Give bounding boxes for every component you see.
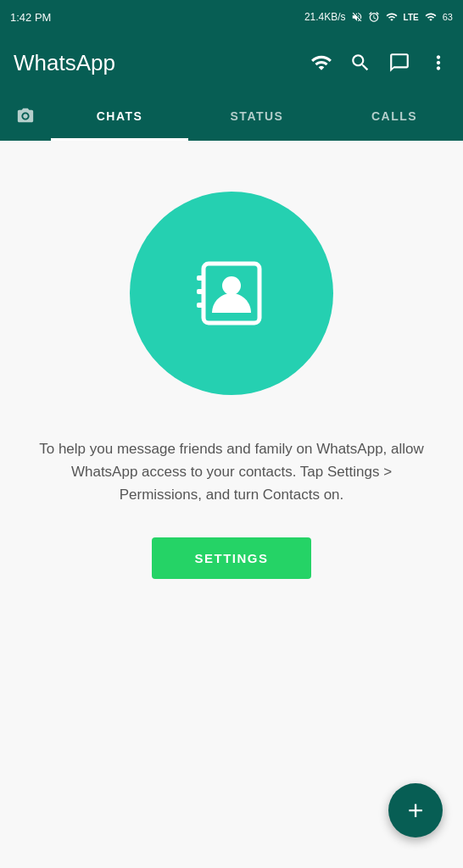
wifi-appbar-icon[interactable] (310, 52, 332, 74)
main-content: To help you message friends and family o… (0, 141, 463, 868)
lte-badge: LTE (404, 13, 419, 22)
search-icon[interactable] (349, 52, 371, 74)
svg-rect-1 (197, 275, 204, 281)
more-options-icon[interactable] (427, 52, 449, 74)
new-chat-icon[interactable] (388, 52, 410, 74)
contact-icon (185, 247, 278, 340)
battery-display: 63 (443, 12, 453, 22)
tab-calls[interactable]: CALLS (326, 92, 463, 141)
time-display: 1:42 PM (10, 11, 51, 24)
app-bar: WhatsApp (0, 34, 463, 92)
status-bar: 1:42 PM 21.4KB/s LTE 63 (0, 0, 463, 34)
status-bar-left: 1:42 PM (10, 11, 51, 24)
tab-status[interactable]: STATUS (188, 92, 326, 141)
permission-description: To help you message friends and family o… (36, 437, 427, 507)
new-chat-fab[interactable]: + (388, 783, 443, 837)
tab-bar: CHATS STATUS CALLS (0, 92, 463, 141)
settings-button[interactable]: SETTINGS (152, 537, 310, 579)
contact-circle-illustration (130, 192, 333, 395)
alarm-icon (368, 11, 380, 23)
camera-tab[interactable] (0, 92, 51, 141)
network-speed: 21.4KB/s (304, 11, 346, 23)
svg-rect-2 (197, 289, 204, 294)
tab-chats[interactable]: CHATS (51, 92, 188, 141)
svg-rect-3 (197, 303, 204, 308)
mute-icon (351, 11, 363, 23)
fab-plus-icon: + (408, 795, 424, 826)
status-bar-right: 21.4KB/s LTE 63 (304, 11, 453, 23)
signal-icon (385, 11, 399, 23)
app-bar-icons (310, 52, 449, 74)
svg-point-4 (222, 276, 241, 295)
wifi-icon (424, 11, 438, 23)
app-title: WhatsApp (14, 50, 115, 76)
